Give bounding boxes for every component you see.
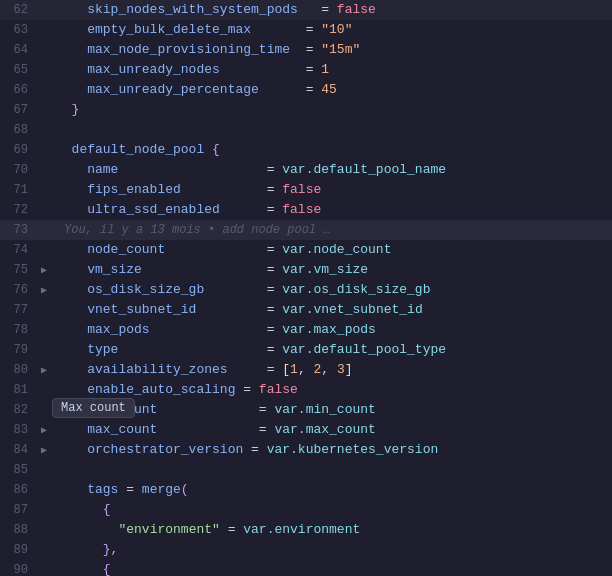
line-content: default_node_pool { bbox=[52, 140, 612, 160]
line-number: 84 bbox=[0, 443, 36, 457]
code-token bbox=[204, 142, 212, 157]
line-83: 83▶ max_count = var.max_countMax count bbox=[0, 420, 612, 440]
line-number: 68 bbox=[0, 123, 36, 137]
line-number: 81 bbox=[0, 383, 36, 397]
code-token: , bbox=[298, 362, 314, 377]
line-content: node_count = var.node_count bbox=[52, 240, 612, 260]
line-content: skip_nodes_with_system_pods = false bbox=[52, 0, 612, 20]
line-87: 87 { bbox=[0, 500, 612, 520]
code-token: { bbox=[103, 502, 111, 517]
code-token: empty_bulk_delete_max bbox=[56, 22, 251, 37]
line-number: 66 bbox=[0, 83, 36, 97]
fold-arrow-icon[interactable]: ▶ bbox=[41, 364, 47, 376]
line-gutter: ▶ bbox=[36, 284, 52, 296]
line-number: 64 bbox=[0, 43, 36, 57]
code-token: false bbox=[259, 382, 298, 397]
code-token: = bbox=[235, 382, 258, 397]
line-number: 65 bbox=[0, 63, 36, 77]
line-72: 72 ultra_ssd_enabled = false bbox=[0, 200, 612, 220]
code-token: var.max_count bbox=[274, 422, 375, 437]
code-token: ultra_ssd_enabled bbox=[56, 202, 220, 217]
line-number: 71 bbox=[0, 183, 36, 197]
line-content: name = var.default_pool_name bbox=[52, 160, 612, 180]
code-token: = bbox=[290, 42, 321, 57]
line-content: type = var.default_pool_type bbox=[52, 340, 612, 360]
line-89: 89 }, bbox=[0, 540, 612, 560]
code-token: var.node_count bbox=[282, 242, 391, 257]
line-number: 63 bbox=[0, 23, 36, 37]
code-token: min_count bbox=[56, 402, 157, 417]
line-gutter: ▶ bbox=[36, 444, 52, 456]
code-token: = bbox=[220, 62, 321, 77]
line-number: 82 bbox=[0, 403, 36, 417]
code-token: 1 bbox=[290, 362, 298, 377]
line-gutter: ▶ bbox=[36, 424, 52, 436]
line-content: fips_enabled = false bbox=[52, 180, 612, 200]
code-token: }, bbox=[103, 542, 119, 557]
line-content: tags = merge( bbox=[52, 480, 612, 500]
code-token: var.environment bbox=[243, 522, 360, 537]
code-token: = bbox=[118, 482, 141, 497]
code-token: } bbox=[72, 102, 80, 117]
line-63: 63 empty_bulk_delete_max = "10" bbox=[0, 20, 612, 40]
code-token: max_pods bbox=[56, 322, 150, 337]
code-token: os_disk_size_gb bbox=[56, 282, 204, 297]
code-token: false bbox=[282, 182, 321, 197]
line-71: 71 fips_enabled = false bbox=[0, 180, 612, 200]
code-token: node_count bbox=[56, 242, 165, 257]
line-number: 89 bbox=[0, 543, 36, 557]
code-token: 45 bbox=[321, 82, 337, 97]
line-content: vm_size = var.vm_size bbox=[52, 260, 612, 280]
code-token: = bbox=[298, 2, 337, 17]
line-65: 65 max_unready_nodes = 1 bbox=[0, 60, 612, 80]
line-number: 77 bbox=[0, 303, 36, 317]
line-90: 90 { bbox=[0, 560, 612, 576]
line-content: availability_zones = [1, 2, 3] bbox=[52, 360, 612, 380]
code-token: var.vnet_subnet_id bbox=[282, 302, 422, 317]
line-88: 88 "environment" = var.environment bbox=[0, 520, 612, 540]
line-86: 86 tags = merge( bbox=[0, 480, 612, 500]
code-token: = bbox=[204, 282, 282, 297]
line-67: 67 } bbox=[0, 100, 612, 120]
code-token: = bbox=[220, 522, 243, 537]
code-token: = bbox=[157, 402, 274, 417]
code-token: fips_enabled bbox=[56, 182, 181, 197]
code-token: vm_size bbox=[56, 262, 142, 277]
line-number: 79 bbox=[0, 343, 36, 357]
line-content: } bbox=[52, 100, 612, 120]
fold-arrow-icon[interactable]: ▶ bbox=[41, 264, 47, 276]
line-78: 78 max_pods = var.max_pods bbox=[0, 320, 612, 340]
line-75: 75▶ vm_size = var.vm_size bbox=[0, 260, 612, 280]
fold-arrow-icon[interactable]: ▶ bbox=[41, 284, 47, 296]
line-66: 66 max_unready_percentage = 45 bbox=[0, 80, 612, 100]
code-token: = bbox=[259, 82, 321, 97]
line-number: 73 bbox=[0, 223, 36, 237]
code-token: default_node_pool bbox=[56, 142, 204, 157]
code-token: = bbox=[181, 182, 282, 197]
line-62: 62 skip_nodes_with_system_pods = false bbox=[0, 0, 612, 20]
line-content: os_disk_size_gb = var.os_disk_size_gb bbox=[52, 280, 612, 300]
fold-arrow-icon[interactable]: ▶ bbox=[41, 444, 47, 456]
line-number: 80 bbox=[0, 363, 36, 377]
code-token: = bbox=[243, 442, 266, 457]
code-token: name bbox=[56, 162, 118, 177]
code-token bbox=[56, 102, 72, 117]
code-token: var.min_count bbox=[274, 402, 375, 417]
line-77: 77 vnet_subnet_id = var.vnet_subnet_id bbox=[0, 300, 612, 320]
line-number: 78 bbox=[0, 323, 36, 337]
line-number: 90 bbox=[0, 563, 36, 576]
code-token: var.os_disk_size_gb bbox=[282, 282, 430, 297]
code-token: = bbox=[228, 362, 283, 377]
code-token: "10" bbox=[321, 22, 352, 37]
code-token: { bbox=[103, 562, 111, 576]
line-number: 85 bbox=[0, 463, 36, 477]
fold-arrow-icon[interactable]: ▶ bbox=[41, 424, 47, 436]
line-70: 70 name = var.default_pool_name bbox=[0, 160, 612, 180]
code-token: = bbox=[220, 202, 282, 217]
code-token bbox=[56, 562, 103, 576]
line-69: 69 default_node_pool { bbox=[0, 140, 612, 160]
code-token: max_node_provisioning_time bbox=[56, 42, 290, 57]
code-token: var.default_pool_name bbox=[282, 162, 446, 177]
line-content: max_unready_percentage = 45 bbox=[52, 80, 612, 100]
code-token: skip_nodes_with_system_pods bbox=[56, 2, 298, 17]
